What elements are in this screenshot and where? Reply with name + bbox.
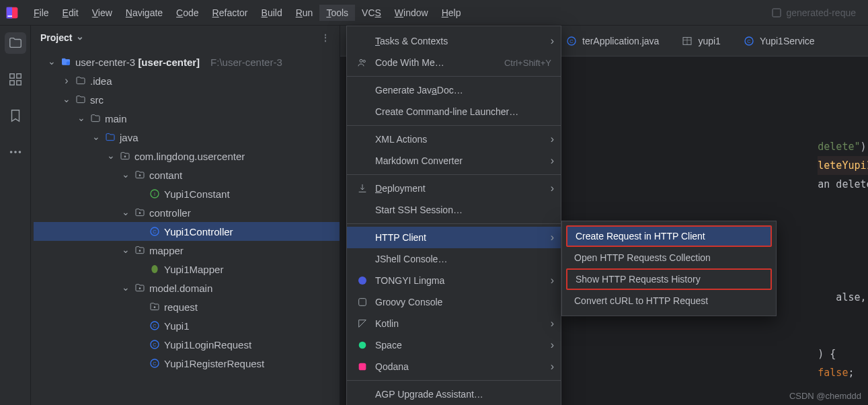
chevron-down-icon[interactable] — [121, 283, 130, 293]
svg-point-40 — [359, 342, 366, 349]
tools-menu-http-client[interactable]: HTTP Client — [347, 227, 561, 248]
chevron-right-icon — [551, 155, 554, 167]
project-tool-button[interactable] — [5, 32, 26, 54]
people-icon — [356, 57, 368, 69]
blank-icon — [356, 388, 368, 400]
tree-item-contant[interactable]: contant — [34, 165, 340, 184]
tools-menu-jshell-console-[interactable]: JShell Console… — [347, 248, 561, 270]
http-submenu-create-request-in-http-client[interactable]: Create Request in HTTP Client — [566, 225, 772, 247]
watermark: CSDN @chemddd — [789, 391, 861, 401]
menu-help[interactable]: Help — [435, 5, 468, 21]
structure-tool-button[interactable] — [5, 69, 26, 90]
chevron-down-icon[interactable] — [47, 57, 56, 67]
tree-item-main[interactable]: main — [34, 109, 340, 128]
bean-icon — [149, 264, 160, 274]
svg-point-21 — [139, 287, 141, 289]
tools-menu-tongyi-lingma[interactable]: TONGYI Lingma — [347, 270, 561, 291]
menu-item-label: Space — [375, 340, 402, 351]
tree-item-yupi1constant[interactable]: IYupi1Constant — [34, 184, 340, 203]
chevron-down-icon[interactable] — [76, 32, 84, 43]
tools-menu-start-ssh-session-[interactable]: Start SSH Session… — [347, 199, 561, 221]
http-submenu-convert-curl-to-http-request[interactable]: Convert cURL to HTTP Request — [566, 290, 772, 311]
tools-menu-code-with-me-[interactable]: Code With Me…Ctrl+Shift+Y — [347, 52, 561, 73]
tree-item--idea[interactable]: .idea — [34, 71, 340, 90]
menu-edit[interactable]: Edit — [56, 5, 85, 21]
tree-item-label: Yupi1 — [164, 320, 190, 332]
svg-point-37 — [363, 60, 365, 62]
tree-item-yupi1[interactable]: CYupi1 — [34, 316, 340, 335]
tree-item-yupi1mapper[interactable]: Yupi1Mapper — [34, 260, 340, 279]
tools-menu-tasks-contexts[interactable]: Tasks & Contexts — [347, 30, 561, 52]
tools-menu-markdown-converter[interactable]: Markdown Converter — [347, 150, 561, 172]
tools-menu-create-command-line-launcher-[interactable]: Create Command-line Launcher… — [347, 101, 561, 122]
tools-menu-qodana[interactable]: Qodana — [347, 356, 561, 377]
chevron-down-icon[interactable] — [62, 95, 71, 104]
tongyi-icon — [356, 274, 368, 287]
menu-view[interactable]: View — [85, 5, 119, 21]
chevron-down-icon[interactable] — [121, 170, 130, 180]
tree-item-request[interactable]: request — [34, 297, 340, 316]
tools-menu-deployment[interactable]: Deployment — [347, 178, 561, 199]
tree-item-yupi1controller[interactable]: CYupi1Controller — [34, 222, 340, 241]
svg-point-11 — [67, 61, 70, 65]
menu-item-label: Kotlin — [375, 318, 399, 329]
project-name-label: generated-reque — [764, 7, 863, 18]
chevron-down-icon[interactable] — [106, 151, 116, 161]
tree-item-yupi1registerrequest[interactable]: CYupi1RegisterRequest — [34, 354, 340, 373]
project-sidebar-header: Project ⋮ — [31, 26, 340, 50]
tree-item-mapper[interactable]: mapper — [34, 241, 340, 260]
chevron-right-icon[interactable] — [62, 76, 71, 85]
tree-item-yupi1loginrequest[interactable]: CYupi1LoginRequest — [34, 335, 340, 354]
tree-item-label: model.domain — [149, 283, 212, 294]
menu-refactor[interactable]: Refactor — [206, 5, 255, 21]
tree-item-java[interactable]: java — [34, 128, 340, 147]
menu-code[interactable]: Code — [169, 5, 205, 21]
package-icon — [134, 283, 145, 293]
tree-item-src[interactable]: src — [34, 90, 340, 109]
menu-window[interactable]: Window — [388, 5, 435, 21]
sidebar-title: Project — [40, 32, 72, 43]
folder-icon — [90, 113, 101, 124]
tree-item-label: java — [120, 132, 139, 143]
tree-item-model-domain[interactable]: model.domain — [34, 279, 340, 297]
tools-menu-xml-actions[interactable]: XML Actions — [347, 128, 561, 150]
chevron-down-icon[interactable] — [77, 114, 86, 123]
tools-menu-space[interactable]: Space — [347, 334, 561, 356]
bookmarks-tool-button[interactable] — [5, 105, 26, 126]
editor-tab-label: yupi1 — [698, 36, 720, 46]
menu-navigate[interactable]: Navigate — [119, 5, 169, 21]
tree-item-label: request — [164, 301, 198, 313]
menu-item-label: AGP Upgrade Assistant… — [375, 389, 483, 400]
menu-vcs[interactable]: VCS — [355, 5, 388, 21]
menu-run[interactable]: Run — [289, 5, 320, 21]
more-tools-button[interactable] — [5, 141, 26, 163]
tree-item-com-lingdong-usercenter[interactable]: com.lingdong.usercenter — [34, 147, 340, 165]
tools-menu-generate-javadoc-[interactable]: Generate JavaDoc… — [347, 79, 561, 101]
chevron-down-icon[interactable] — [91, 133, 101, 142]
tree-item-label: mapper — [149, 245, 184, 256]
menu-build[interactable]: Build — [255, 5, 289, 21]
blank-icon — [356, 253, 368, 265]
editor-tab[interactable]: yupi1 — [671, 26, 731, 56]
menu-item-label: Code With Me… — [375, 57, 444, 68]
editor-tab[interactable]: CterApplication.java — [555, 26, 670, 56]
chevron-down-icon[interactable] — [121, 246, 130, 255]
tools-menu-kotlin[interactable]: Kotlin — [347, 313, 561, 334]
tree-item-label: com.lingdong.usercenter — [134, 151, 245, 162]
menu-tools[interactable]: Tools — [319, 5, 355, 21]
package-icon — [149, 301, 160, 312]
http-submenu-open-http-requests-collection[interactable]: Open HTTP Requests Collection — [566, 247, 772, 268]
tree-item-controller[interactable]: controller — [34, 203, 340, 222]
chevron-down-icon[interactable] — [121, 208, 130, 217]
menu-file[interactable]: File — [27, 5, 56, 21]
svg-rect-6 — [9, 81, 13, 85]
svg-point-13 — [139, 174, 141, 176]
space-icon — [356, 339, 368, 351]
class-icon: C — [149, 226, 160, 237]
tools-menu-agp-upgrade-assistant-[interactable]: AGP Upgrade Assistant… — [347, 383, 561, 405]
http-submenu-show-http-requests-history[interactable]: Show HTTP Requests History — [566, 268, 772, 290]
tree-item-user-center-3[interactable]: user-center-3 [user-center]F:\user-cente… — [34, 52, 340, 71]
tools-menu-groovy-console[interactable]: Groovy Console — [347, 291, 561, 313]
editor-tab[interactable]: CYupi1Service — [733, 26, 826, 56]
blank-icon — [356, 133, 368, 145]
